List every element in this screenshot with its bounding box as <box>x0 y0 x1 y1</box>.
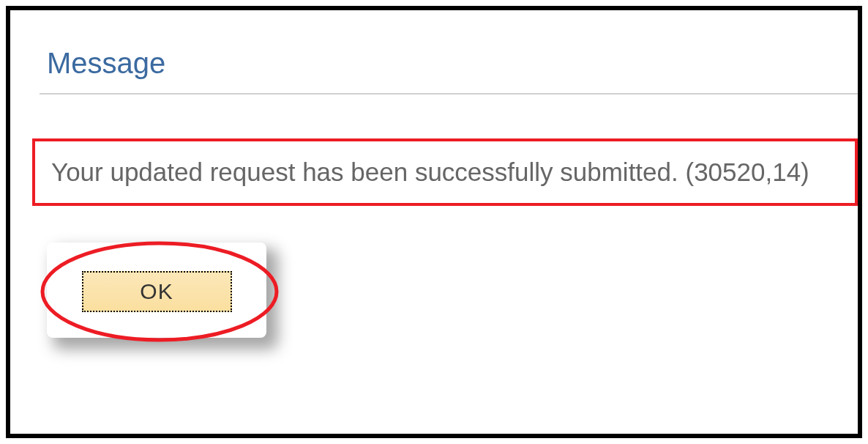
message-highlight-box: Your updated request has been successful… <box>32 138 858 206</box>
ok-button[interactable]: OK <box>82 271 232 312</box>
button-panel: OK <box>47 243 266 338</box>
message-text: Your updated request has been successful… <box>51 158 839 187</box>
dialog-content: Message Your updated request has been su… <box>10 10 858 434</box>
button-area: OK <box>40 235 303 352</box>
dialog-frame: Message Your updated request has been su… <box>6 6 862 438</box>
title-divider <box>40 93 858 95</box>
dialog-title: Message <box>47 47 843 80</box>
